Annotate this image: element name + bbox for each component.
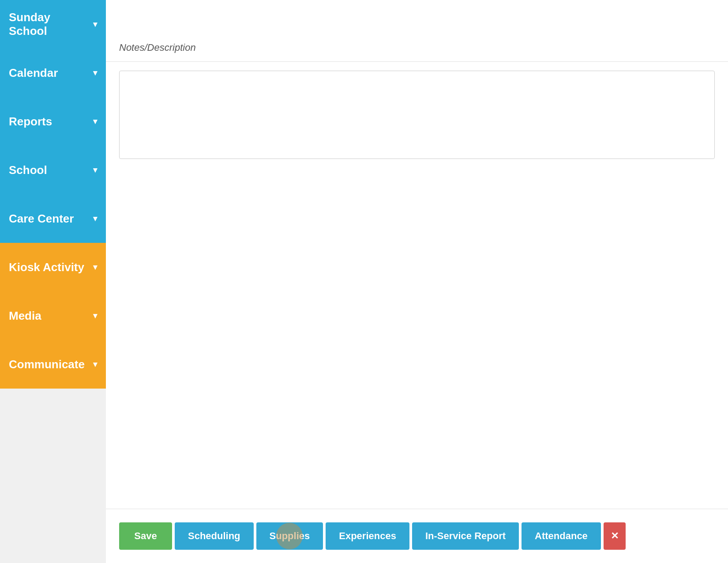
sidebar-label-kiosk-activity: Kiosk Activity — [9, 261, 84, 274]
sidebar-item-reports[interactable]: Reports▾ — [0, 97, 106, 146]
chevron-icon-care-center: ▾ — [93, 214, 97, 223]
chevron-icon-sunday-school: ▾ — [93, 19, 97, 29]
sidebar-item-communicate[interactable]: Communicate▾ — [0, 340, 106, 389]
supplies-button[interactable]: Supplies — [256, 522, 323, 550]
sidebar-label-communicate: Communicate — [9, 358, 85, 371]
buttons-section: SaveSchedulingSuppliesExperiencesIn-Serv… — [106, 509, 728, 563]
attendance-button[interactable]: Attendance — [522, 522, 601, 550]
sidebar-label-calendar: Calendar — [9, 66, 58, 80]
sidebar-label-reports: Reports — [9, 115, 52, 128]
sidebar: Sunday School▾Calendar▾Reports▾School▾Ca… — [0, 0, 106, 563]
save-button[interactable]: Save — [119, 522, 172, 550]
sidebar-label-media: Media — [9, 309, 41, 323]
scheduling-button[interactable]: Scheduling — [175, 522, 254, 550]
main-content: Notes/Description SaveSchedulingSupplies… — [106, 0, 728, 563]
sidebar-label-school: School — [9, 163, 47, 177]
sidebar-item-calendar[interactable]: Calendar▾ — [0, 49, 106, 97]
sidebar-label-care-center: Care Center — [9, 212, 74, 226]
inservice-button[interactable]: In-Service Report — [412, 522, 519, 550]
sidebar-item-kiosk-activity[interactable]: Kiosk Activity▾ — [0, 243, 106, 291]
notes-section — [106, 62, 728, 509]
chevron-icon-calendar: ▾ — [93, 68, 97, 78]
sidebar-item-school[interactable]: School▾ — [0, 146, 106, 194]
sidebar-label-sunday-school: Sunday School — [9, 11, 90, 38]
sidebar-item-care-center[interactable]: Care Center▾ — [0, 194, 106, 243]
chevron-icon-communicate: ▾ — [93, 359, 97, 369]
delete-button[interactable]: ✕ — [604, 522, 626, 550]
chevron-icon-reports: ▾ — [93, 117, 97, 126]
sidebar-item-sunday-school[interactable]: Sunday School▾ — [0, 0, 106, 49]
experiences-button[interactable]: Experiences — [326, 522, 409, 550]
action-buttons-row: SaveSchedulingSuppliesExperiencesIn-Serv… — [119, 522, 715, 550]
chevron-icon-school: ▾ — [93, 165, 97, 175]
notes-header: Notes/Description — [106, 0, 728, 62]
chevron-icon-kiosk-activity: ▾ — [93, 262, 97, 272]
notes-textarea[interactable] — [119, 71, 715, 159]
notes-description-label: Notes/Description — [119, 42, 196, 53]
chevron-icon-media: ▾ — [93, 311, 97, 321]
sidebar-item-media[interactable]: Media▾ — [0, 291, 106, 340]
